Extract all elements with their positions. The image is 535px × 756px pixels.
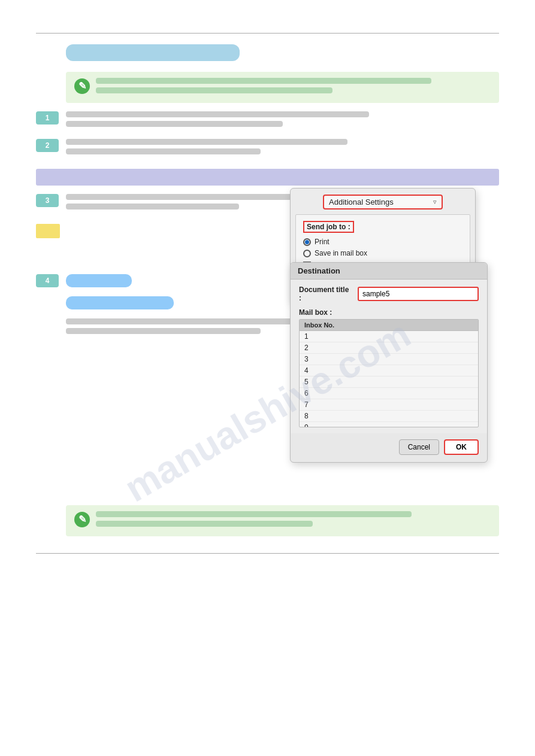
- section-heading-bar: [66, 44, 240, 61]
- inbox-header: Inbox No.: [300, 320, 478, 331]
- note-icon-2: ✎: [74, 512, 90, 527]
- pencil-icon: ✎: [78, 81, 86, 91]
- step4-line-2: [66, 328, 261, 334]
- destination-title-bar: Destination: [291, 263, 487, 280]
- dest-ok-button[interactable]: OK: [444, 439, 479, 455]
- radio-print-row[interactable]: Print: [303, 238, 463, 246]
- step3-line-1: [66, 194, 304, 200]
- radio-save[interactable]: [303, 250, 311, 257]
- radio-save-label: Save in mail box: [315, 249, 367, 257]
- bottom-note-line-1: [96, 511, 412, 517]
- bottom-rule: [36, 553, 499, 554]
- inbox-table: Inbox No. 1234567891011: [299, 319, 479, 427]
- dest-cancel-button[interactable]: Cancel: [399, 439, 439, 455]
- pencil-icon-2: ✎: [78, 515, 86, 524]
- destination-dialog: Destination Document title : Mail box : …: [290, 262, 488, 463]
- dropdown-label: Additional Settings: [329, 198, 394, 207]
- step-row-1: 1: [36, 111, 499, 130]
- inbox-row[interactable]: 4: [300, 365, 478, 377]
- document-title-input[interactable]: [358, 287, 479, 301]
- dropdown-arrow-icon: ▿: [433, 198, 437, 206]
- step-content-2: [66, 139, 499, 158]
- radio-print-dot: [305, 240, 309, 244]
- inbox-row[interactable]: 9: [300, 422, 478, 427]
- radio-print-label: Print: [315, 238, 330, 246]
- note-icon-1: ✎: [74, 78, 90, 94]
- inbox-rows[interactable]: 1234567891011: [300, 331, 478, 427]
- pill-tag-1: [66, 274, 132, 287]
- bottom-note-line-2: [96, 521, 313, 527]
- step-badge-1: 1: [36, 111, 59, 125]
- inbox-row[interactable]: 7: [300, 399, 478, 411]
- document-title-label: Document title :: [299, 286, 353, 302]
- section-banner: [36, 169, 499, 186]
- top-rule: [36, 33, 499, 34]
- step-content-1: [66, 111, 499, 130]
- yellow-bar: [36, 224, 60, 238]
- note-line-1: [96, 78, 431, 84]
- inbox-row[interactable]: 6: [300, 388, 478, 399]
- destination-body: Document title : Mail box : Inbox No. 12…: [291, 280, 487, 433]
- step2-line-2: [66, 148, 261, 154]
- destination-title: Destination: [298, 266, 340, 275]
- inbox-row[interactable]: 8: [300, 411, 478, 422]
- dialog-header: Additional Settings ▿: [291, 189, 475, 214]
- inbox-row[interactable]: 3: [300, 354, 478, 365]
- note-line-2: [96, 87, 333, 93]
- step3-area: 3 Additional Settings ▿ Send job to :: [0, 194, 535, 238]
- pill-tag-2: [66, 296, 174, 309]
- inbox-row[interactable]: 2: [300, 342, 478, 354]
- note-text-lines-2: [96, 511, 491, 530]
- inbox-row[interactable]: 5: [300, 377, 478, 388]
- step-badge-3: 3: [36, 194, 59, 207]
- step4-line-1: [66, 318, 326, 324]
- step3-line-2: [66, 204, 239, 210]
- mailbox-label: Mail box :: [299, 308, 479, 317]
- bottom-note-box: ✎: [66, 505, 499, 536]
- send-job-label: Send job to :: [303, 221, 354, 233]
- step-badge-2: 2: [36, 139, 59, 152]
- note-text-lines-1: [96, 78, 491, 97]
- note-box-1: ✎: [66, 72, 499, 103]
- destination-footer: Cancel OK: [291, 433, 487, 455]
- document-title-row: Document title :: [299, 286, 479, 302]
- step-row-2: 2: [36, 139, 499, 158]
- radio-save-row[interactable]: Save in mail box: [303, 249, 463, 257]
- step1-line-1: [66, 111, 369, 117]
- step4-area: 4 Destination Document title :: [0, 274, 535, 338]
- additional-settings-dropdown[interactable]: Additional Settings ▿: [323, 195, 443, 210]
- step1-line-2: [66, 121, 283, 127]
- step2-line-1: [66, 139, 347, 145]
- radio-print[interactable]: [303, 238, 311, 246]
- step-badge-4: 4: [36, 274, 59, 287]
- inbox-row[interactable]: 1: [300, 331, 478, 342]
- page: manualshive.com ✎ 1 2 3: [0, 33, 535, 756]
